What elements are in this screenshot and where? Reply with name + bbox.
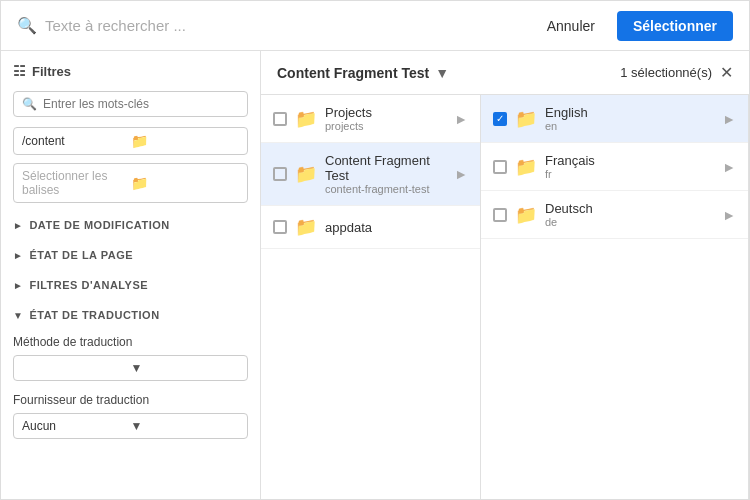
keyword-input[interactable]: 🔍 xyxy=(13,91,248,117)
content-fragment-info: Content Fragment Test content-fragment-t… xyxy=(325,153,446,195)
top-bar: 🔍 Texte à rechercher ... Annuler Sélecti… xyxy=(1,1,749,51)
filter-section-analysis-header[interactable]: ► FILTRES D'ANALYSE xyxy=(13,273,248,297)
method-label: Méthode de traduction xyxy=(13,335,248,349)
list-item[interactable]: ✓ 📁 English en ► xyxy=(481,95,748,143)
francais-name: Français xyxy=(545,153,714,168)
clear-selection-button[interactable]: ✕ xyxy=(720,63,733,82)
selection-count: 1 sélectionné(s) xyxy=(620,65,712,80)
path-folder-icon[interactable]: 📁 xyxy=(131,133,240,149)
francais-info: Français fr xyxy=(545,153,714,180)
english-checkbox[interactable]: ✓ xyxy=(493,112,507,126)
sidebar-title: Filtres xyxy=(32,64,71,79)
francais-folder-icon: 📁 xyxy=(515,156,537,178)
filter-section-translation: ▼ ÉTAT DE TRADUCTION Méthode de traducti… xyxy=(13,303,248,439)
breadcrumb: Content Fragment Test ▼ xyxy=(277,65,449,81)
english-chevron-icon: ► xyxy=(722,111,736,127)
search-icon: 🔍 xyxy=(17,16,37,35)
main-layout: ☷ Filtres 🔍 /content 📁 Sélectionner les … xyxy=(1,51,749,500)
francais-checkbox[interactable] xyxy=(493,160,507,174)
tag-input[interactable]: Sélectionner les balises 📁 xyxy=(13,163,248,203)
content-fragment-chevron-icon: ► xyxy=(454,166,468,182)
list-item[interactable]: 📁 Content Fragment Test content-fragment… xyxy=(261,143,480,206)
selection-info: 1 sélectionné(s) ✕ xyxy=(620,63,733,82)
list-item[interactable]: 📁 Français fr ► xyxy=(481,143,748,191)
content-fragment-checkbox[interactable] xyxy=(273,167,287,181)
projects-folder-icon: 📁 xyxy=(295,108,317,130)
chevron-right-icon-3: ► xyxy=(13,280,23,291)
list-item[interactable]: 📁 appdata xyxy=(261,206,480,249)
deutsch-info: Deutsch de xyxy=(545,201,714,228)
deutsch-path: de xyxy=(545,216,714,228)
method-dropdown[interactable]: ▼ xyxy=(13,355,248,381)
method-dropdown-arrow: ▼ xyxy=(131,361,240,375)
francais-chevron-icon: ► xyxy=(722,159,736,175)
filter-section-date: ► DATE DE MODIFICATION xyxy=(13,213,248,237)
path-input[interactable]: /content 📁 xyxy=(13,127,248,155)
sidebar-header: ☷ Filtres xyxy=(13,63,248,79)
filter-analysis-label: FILTRES D'ANALYSE xyxy=(29,279,148,291)
provider-dropdown-arrow: ▼ xyxy=(131,419,240,433)
chevron-right-icon-2: ► xyxy=(13,250,23,261)
left-panel: 📁 Projects projects ► 📁 Content Fragment… xyxy=(261,95,481,500)
projects-info: Projects projects xyxy=(325,105,446,132)
filter-page-state-label: ÉTAT DE LA PAGE xyxy=(29,249,133,261)
translation-subsection: Méthode de traduction ▼ Fournisseur de t… xyxy=(13,335,248,439)
projects-name: Projects xyxy=(325,105,446,120)
tag-folder-icon[interactable]: 📁 xyxy=(131,175,240,191)
provider-label: Fournisseur de traduction xyxy=(13,393,248,407)
projects-path: projects xyxy=(325,120,446,132)
sidebar: ☷ Filtres 🔍 /content 📁 Sélectionner les … xyxy=(1,51,261,500)
list-item[interactable]: 📁 Deutsch de ► xyxy=(481,191,748,239)
content-header: Content Fragment Test ▼ 1 sélectionné(s)… xyxy=(261,51,749,95)
english-name: English xyxy=(545,105,714,120)
list-item[interactable]: 📁 Projects projects ► xyxy=(261,95,480,143)
deutsch-folder-icon: 📁 xyxy=(515,204,537,226)
filter-section-page-state-header[interactable]: ► ÉTAT DE LA PAGE xyxy=(13,243,248,267)
content-area: Content Fragment Test ▼ 1 sélectionné(s)… xyxy=(261,51,749,500)
panels: 📁 Projects projects ► 📁 Content Fragment… xyxy=(261,95,749,500)
provider-value: Aucun xyxy=(22,419,131,433)
keyword-field[interactable] xyxy=(43,97,239,111)
breadcrumb-dropdown-icon[interactable]: ▼ xyxy=(435,65,449,81)
deutsch-chevron-icon: ► xyxy=(722,207,736,223)
chevron-right-icon: ► xyxy=(13,220,23,231)
breadcrumb-label: Content Fragment Test xyxy=(277,65,429,81)
select-button[interactable]: Sélectionner xyxy=(617,11,733,41)
keyword-search-icon: 🔍 xyxy=(22,97,37,111)
filter-section-date-header[interactable]: ► DATE DE MODIFICATION xyxy=(13,213,248,237)
appdata-checkbox[interactable] xyxy=(273,220,287,234)
francais-path: fr xyxy=(545,168,714,180)
english-folder-icon: 📁 xyxy=(515,108,537,130)
filter-section-analysis: ► FILTRES D'ANALYSE xyxy=(13,273,248,297)
chevron-down-icon: ▼ xyxy=(13,310,23,321)
content-fragment-path: content-fragment-test xyxy=(325,183,446,195)
filter-section-translation-header[interactable]: ▼ ÉTAT DE TRADUCTION xyxy=(13,303,248,327)
english-path: en xyxy=(545,120,714,132)
deutsch-name: Deutsch xyxy=(545,201,714,216)
deutsch-checkbox[interactable] xyxy=(493,208,507,222)
appdata-folder-icon: 📁 xyxy=(295,216,317,238)
search-area: 🔍 Texte à rechercher ... xyxy=(17,16,537,35)
content-fragment-folder-icon: 📁 xyxy=(295,163,317,185)
cancel-button[interactable]: Annuler xyxy=(537,12,605,40)
appdata-name: appdata xyxy=(325,220,468,235)
projects-checkbox[interactable] xyxy=(273,112,287,126)
top-actions: Annuler Sélectionner xyxy=(537,11,733,41)
content-fragment-name: Content Fragment Test xyxy=(325,153,446,183)
right-panel: ✓ 📁 English en ► 📁 Français fr ► xyxy=(481,95,749,500)
appdata-info: appdata xyxy=(325,220,468,235)
projects-chevron-icon: ► xyxy=(454,111,468,127)
english-info: English en xyxy=(545,105,714,132)
path-value: /content xyxy=(22,134,131,148)
filter-translation-label: ÉTAT DE TRADUCTION xyxy=(29,309,159,321)
filter-section-page-state: ► ÉTAT DE LA PAGE xyxy=(13,243,248,267)
search-placeholder: Texte à rechercher ... xyxy=(45,17,186,34)
tag-placeholder: Sélectionner les balises xyxy=(22,169,131,197)
filter-date-label: DATE DE MODIFICATION xyxy=(29,219,169,231)
filter-icon: ☷ xyxy=(13,63,26,79)
provider-dropdown[interactable]: Aucun ▼ xyxy=(13,413,248,439)
